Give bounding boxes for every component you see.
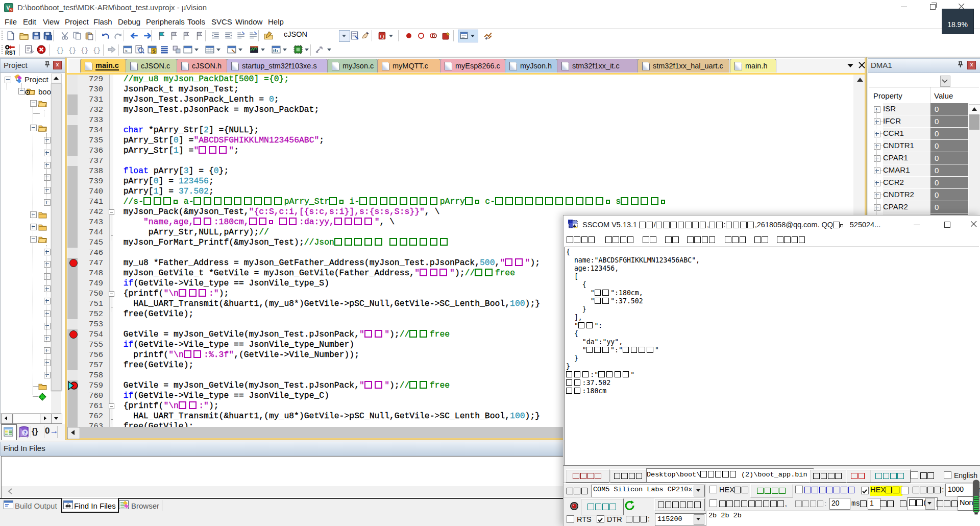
svg-text:?: ? (23, 429, 27, 436)
svg-text:{}: {} (81, 47, 88, 54)
svg-text:S: S (152, 48, 155, 54)
svg-text:{}: {} (56, 47, 64, 54)
svg-text:>_: >_ (125, 49, 130, 54)
svg-text:{}: {} (68, 47, 76, 54)
svg-text:{}: {} (93, 47, 101, 54)
svg-text:RST: RST (5, 50, 15, 55)
svg-text:Q: Q (380, 33, 384, 39)
